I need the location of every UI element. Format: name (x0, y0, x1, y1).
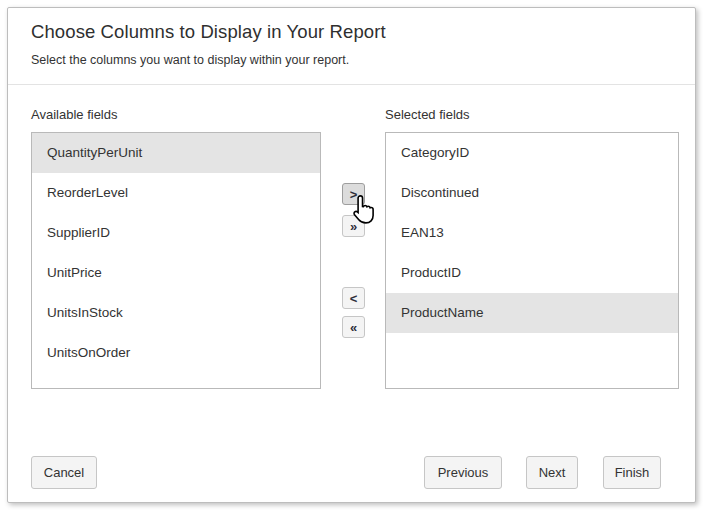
list-item[interactable]: ProductID (386, 253, 678, 293)
list-item[interactable]: SupplierID (32, 213, 320, 253)
header-divider (8, 84, 695, 85)
next-button[interactable]: Next (526, 456, 578, 489)
move-all-left-button[interactable]: « (342, 316, 365, 338)
cancel-button-label: Cancel (44, 465, 84, 480)
move-right-button[interactable]: > (342, 183, 365, 205)
list-item[interactable]: EAN13 (386, 213, 678, 253)
list-item[interactable]: ProductName (386, 293, 678, 333)
finish-button-label: Finish (615, 465, 650, 480)
available-fields-label: Available fields (31, 107, 117, 122)
list-item[interactable]: UnitPrice (32, 253, 320, 293)
move-all-right-button[interactable]: » (342, 215, 365, 237)
list-item[interactable]: QuantityPerUnit (32, 133, 320, 173)
available-fields-list: QuantityPerUnitReorderLevelSupplierIDUni… (31, 132, 321, 389)
chevron-right-icon: > (350, 187, 358, 202)
list-item[interactable]: ReorderLevel (32, 173, 320, 213)
list-item[interactable]: Discontinued (386, 173, 678, 213)
choose-columns-dialog: Choose Columns to Display in Your Report… (7, 7, 696, 503)
page-subtitle: Select the columns you want to display w… (31, 53, 349, 67)
finish-button[interactable]: Finish (603, 456, 661, 489)
selected-fields-label: Selected fields (385, 107, 470, 122)
page-title: Choose Columns to Display in Your Report (31, 21, 386, 43)
previous-button-label: Previous (438, 465, 489, 480)
previous-button[interactable]: Previous (424, 456, 502, 489)
list-item[interactable]: UnitsOnOrder (32, 333, 320, 373)
move-left-button[interactable]: < (342, 287, 365, 309)
double-chevron-left-icon: « (350, 320, 357, 335)
double-chevron-right-icon: » (350, 219, 357, 234)
selected-fields-list: CategoryIDDiscontinuedEAN13ProductIDProd… (385, 132, 679, 389)
cancel-button[interactable]: Cancel (31, 456, 97, 489)
next-button-label: Next (539, 465, 566, 480)
list-item[interactable]: UnitsInStock (32, 293, 320, 333)
list-item[interactable]: CategoryID (386, 133, 678, 173)
chevron-left-icon: < (350, 291, 358, 306)
